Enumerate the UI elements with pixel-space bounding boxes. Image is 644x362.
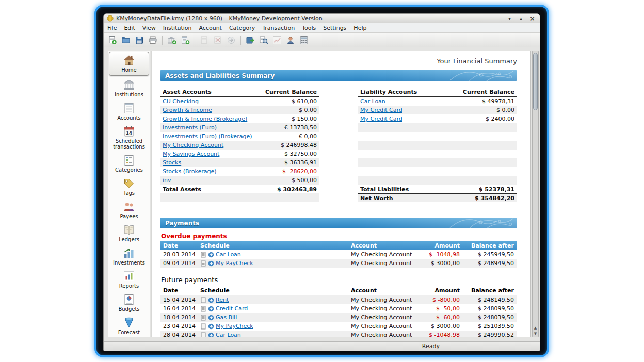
reports-icon [123,270,135,283]
minimize-button[interactable]: ▾ [505,15,514,22]
vertical-scrollbar[interactable]: ▲ ▼ [532,51,539,337]
liability-account-link[interactable]: My Credit Card [360,116,403,122]
section-header-label: Payments [165,220,199,227]
col-balance-after: Balance after [463,287,517,294]
edit-disabled-icon [200,36,209,45]
net-worth-value: $ 354842,20 [458,195,514,202]
scroll-down-button[interactable]: ▼ [533,331,538,336]
asset-account-link[interactable]: Investments (Euro) (Brokerage) [163,133,252,140]
skip-schedule-icon[interactable] [200,323,206,330]
scrollbar-thumb[interactable] [533,53,538,110]
future-payments-title: Future payments [160,276,517,284]
sidebar-item-tags[interactable]: Tags [108,175,150,199]
menu-view[interactable]: View [139,23,159,32]
home-view: Your Financial Summary Assets and Liabil… [151,51,531,337]
schedule-link[interactable]: Rent [216,297,229,303]
liability-account-link[interactable]: Car Loan [360,98,385,105]
menu-category[interactable]: Category [226,23,259,32]
menu-transaction[interactable]: Transaction [259,23,298,32]
asset-account-link[interactable]: My Savings Account [163,151,219,157]
sidebar-item-home[interactable]: Home [109,52,149,76]
enter-schedule-icon[interactable] [208,306,214,312]
tags-icon [123,177,135,190]
open-file-button[interactable] [120,34,132,46]
skip-schedule-icon[interactable] [200,332,206,338]
schedule-link[interactable]: Gas Bill [216,314,237,321]
menu-file[interactable]: File [104,23,120,32]
skip-schedule-icon[interactable] [200,297,206,303]
payment-amount: $ -50,00 [414,305,463,312]
schedule-link[interactable]: My PayCheck [216,260,253,267]
menu-help[interactable]: Help [350,23,370,32]
sidebar-item-investments[interactable]: Investments [108,245,150,268]
sidebar-item-forecast[interactable]: Forecast [108,315,150,337]
col-account: Account [348,242,414,249]
sidebar-item-accounts[interactable]: Accounts [108,100,150,123]
asset-account-link[interactable]: Growth & Income [163,107,212,113]
menu-institution[interactable]: Institution [159,23,196,32]
scroll-up-button[interactable]: ▲ [533,325,538,331]
table-header-row: Asset AccountsCurrent Balance Liability … [160,85,517,97]
liability-account-link[interactable]: My Credit Card [360,107,403,113]
enter-schedule-icon[interactable] [208,332,214,338]
sidebar-item-categories[interactable]: Categories [108,152,150,175]
payment-balance-after: $ 248039,50 [463,314,517,321]
sidebar-item-institutions[interactable]: Institutions [108,77,150,100]
asset-account-link[interactable]: Stocks [163,159,181,166]
sidebar-item-label: Budgets [118,306,139,312]
menu-settings[interactable]: Settings [319,23,350,32]
sidebar-item-payees[interactable]: Payees [108,199,150,222]
asset-account-link[interactable]: Growth & Income (Brokerage) [163,116,247,122]
payment-balance-after: $ 248099,50 [463,305,517,312]
skip-schedule-icon[interactable] [200,306,206,312]
enter-schedule-icon[interactable] [208,260,214,267]
col-account: Account [348,287,414,294]
edit-disabled-button [198,34,211,46]
sidebar-item-label: Investments [113,260,145,266]
schedule-link[interactable]: Car Loan [216,332,241,337]
titlebar[interactable]: KMyMoneyDataFile.kmy (1280 x 960) – KMyM… [104,14,540,23]
sidebar-item-scheduled-transactions[interactable]: 14 Scheduled transactions [108,123,150,152]
save-file-button[interactable] [133,34,146,46]
asset-account-link[interactable]: Stocks (Brokerage) [163,168,217,175]
asset-balance: $ 500,00 [260,177,317,184]
new-file-button[interactable] [106,34,119,46]
skip-schedule-icon[interactable] [200,252,206,258]
enter-schedule-icon[interactable] [208,252,214,258]
menu-edit[interactable]: Edit [120,23,138,32]
schedule-link[interactable]: Car Loan [216,251,241,258]
sidebar-item-ledgers[interactable]: Ledgers [108,222,150,245]
asset-account-link[interactable]: CU Checking [163,98,199,105]
payees-icon [123,201,135,213]
skip-schedule-icon[interactable] [200,260,206,267]
asset-balance: € 13738,50 [260,124,317,131]
payees-button[interactable] [284,34,297,46]
new-institution-button[interactable] [166,34,178,46]
enter-schedule-icon[interactable] [208,323,214,330]
menu-account[interactable]: Account [196,23,226,32]
print-button[interactable] [147,34,159,46]
report-chart-button [271,34,283,46]
asset-account-link[interactable]: inv [163,177,171,184]
payment-balance-after: $ 248949,50 [463,260,517,267]
enter-schedule-icon[interactable] [208,315,214,321]
asset-account-link[interactable]: Investments (Euro) [163,124,217,131]
delete-disabled-icon [213,36,222,45]
enter-schedule-icon[interactable] [208,297,214,303]
calculator-button[interactable] [298,34,310,46]
delete-disabled-button [212,34,224,46]
goto-ledger-button[interactable] [244,34,256,46]
schedule-link[interactable]: Credit Card [216,305,248,312]
menu-tools[interactable]: Tools [298,23,319,32]
asset-accounts-header: Asset Accounts [163,89,260,95]
table-row: My Savings Account$ 32750,00 [160,150,517,158]
sidebar-item-reports[interactable]: Reports [108,268,150,291]
close-button[interactable]: × [528,15,537,22]
new-account-button[interactable] [179,34,191,46]
sidebar-item-budgets[interactable]: Budgets [108,291,150,315]
asset-account-link[interactable]: My Checking Account [163,142,223,149]
find-transaction-button[interactable] [257,34,270,46]
maximize-button[interactable]: ▴ [517,15,525,22]
schedule-link[interactable]: My PayCheck [216,323,253,330]
skip-schedule-icon[interactable] [200,315,206,321]
